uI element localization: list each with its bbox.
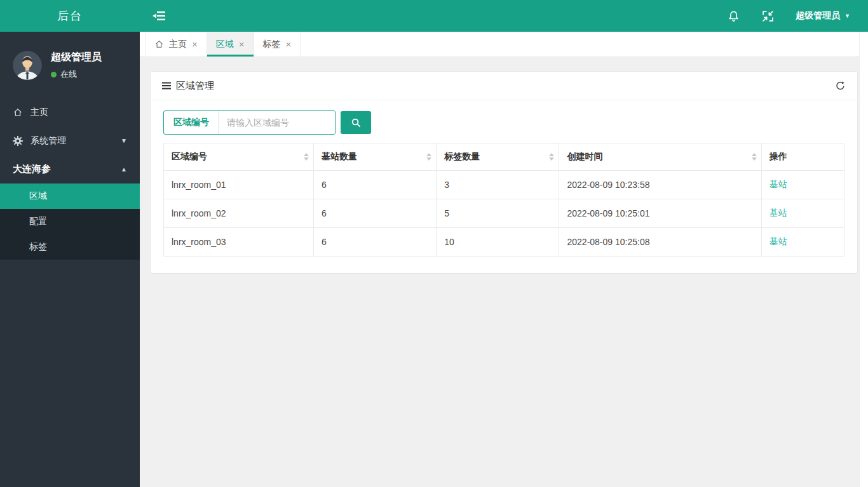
base-station-link[interactable]: 基站 — [770, 236, 787, 246]
menu-lines-icon — [162, 82, 171, 90]
panel-title: 区域管理 — [176, 80, 214, 92]
area-table: 区域编号 基站数量 标签数量 — [163, 143, 844, 257]
tab-label: 标签 — [263, 39, 281, 50]
sidebar-menu: 主页 系统管理 ▼ — [0, 98, 140, 260]
user-status: 在线 — [51, 69, 102, 80]
tab-label: 主页 — [169, 39, 187, 50]
tab-home[interactable]: 主页 × — [145, 32, 207, 57]
sidebar-subitem-area[interactable]: 区域 — [0, 183, 140, 209]
sidebar-submenu: 区域 配置 标签 — [0, 183, 140, 260]
tab-close-icon[interactable]: × — [192, 39, 198, 49]
sidebar-subitem-label: 标签 — [29, 241, 47, 253]
cell-tag-count: 3 — [437, 171, 559, 199]
column-header-actions: 操作 — [761, 143, 844, 171]
user-name: 超级管理员 — [51, 51, 102, 64]
cell-area-id: lnrx_room_01 — [164, 171, 314, 199]
search-field-label: 区域编号 — [164, 111, 219, 134]
home-icon — [13, 107, 24, 117]
chevron-down-icon: ▼ — [121, 137, 127, 144]
cell-created-at: 2022-08-09 10:25:08 — [559, 228, 761, 257]
cell-base-stations: 6 — [314, 228, 437, 257]
column-header-area-id[interactable]: 区域编号 — [164, 143, 314, 171]
base-station-link[interactable]: 基站 — [770, 208, 787, 218]
sidebar-item-system[interactable]: 系统管理 ▼ — [0, 126, 140, 155]
home-icon — [154, 39, 164, 49]
topbar-actions: 超级管理员 ▼ — [727, 10, 868, 23]
fullscreen-button[interactable] — [762, 10, 774, 22]
sidebar-item-label: 大连海参 — [13, 163, 51, 175]
tab-label: 区域 — [216, 39, 234, 50]
tab-close-icon[interactable]: × — [286, 39, 292, 49]
table-row: lnrx_room_01 6 3 2022-08-09 10:23:58 基站 — [164, 171, 844, 199]
search-button[interactable] — [341, 111, 371, 134]
sidebar-subitem-label: 区域 — [29, 190, 47, 202]
refresh-button[interactable] — [835, 81, 846, 91]
search-input-group: 区域编号 — [163, 110, 336, 135]
sidebar: 后台 超级管理员 — [0, 0, 140, 487]
table-row: lnrx_room_02 6 5 2022-08-09 10:25:01 基站 — [164, 199, 844, 228]
column-header-created-at[interactable]: 创建时间 — [559, 143, 761, 171]
sidebar-item-label: 系统管理 — [31, 135, 66, 147]
sort-icon — [752, 153, 757, 161]
cell-created-at: 2022-08-09 10:23:58 — [559, 171, 761, 199]
cell-created-at: 2022-08-09 10:25:01 — [559, 199, 761, 228]
area-management-panel: 区域管理 区域编号 — [150, 71, 858, 274]
search-icon — [351, 117, 362, 128]
sidebar-subitem-tags[interactable]: 标签 — [0, 234, 140, 260]
user-menu[interactable]: 超级管理员 ▼ — [796, 10, 850, 22]
main-content: 区域管理 区域编号 — [140, 57, 868, 487]
scrollbar-track[interactable] — [859, 32, 868, 487]
brand-logo-text: 后台 — [57, 8, 83, 23]
column-header-base-stations[interactable]: 基站数量 — [314, 143, 437, 171]
brand-logo[interactable]: 后台 — [0, 0, 140, 32]
sidebar-subitem-config[interactable]: 配置 — [0, 209, 140, 234]
user-panel: 超级管理员 在线 — [0, 32, 140, 98]
tab-close-icon[interactable]: × — [239, 39, 245, 49]
sidebar-item-dalian[interactable]: 大连海参 ▲ — [0, 155, 140, 183]
chevron-down-icon: ▼ — [844, 13, 850, 19]
user-meta: 超级管理员 在线 — [51, 51, 102, 80]
tab-area[interactable]: 区域 × — [207, 32, 254, 57]
search-row: 区域编号 — [163, 110, 844, 135]
sort-icon — [426, 153, 431, 161]
sidebar-item-label: 主页 — [31, 107, 48, 118]
cell-area-id: lnrx_room_03 — [164, 228, 314, 257]
chevron-up-icon: ▲ — [121, 166, 127, 173]
user-status-label: 在线 — [60, 69, 77, 80]
table-row: lnrx_room_03 6 10 2022-08-09 10:25:08 基站 — [164, 228, 844, 257]
sidebar-subitem-label: 配置 — [29, 216, 47, 227]
avatar — [13, 51, 42, 80]
search-input[interactable] — [219, 111, 335, 134]
base-station-link[interactable]: 基站 — [770, 179, 787, 189]
tab-bar: 主页 × 区域 × 标签 × — [140, 32, 868, 57]
cell-tag-count: 5 — [437, 199, 559, 228]
sidebar-toggle-button[interactable] — [140, 10, 166, 22]
notifications-button[interactable] — [727, 10, 740, 23]
sort-icon — [304, 153, 309, 161]
sort-icon — [549, 153, 554, 161]
top-header: 超级管理员 ▼ — [140, 0, 868, 32]
cell-base-stations: 6 — [314, 199, 437, 228]
panel-header: 区域管理 — [151, 72, 857, 100]
column-header-tag-count[interactable]: 标签数量 — [437, 143, 559, 171]
user-menu-label: 超级管理员 — [796, 10, 840, 22]
cell-base-stations: 6 — [314, 171, 437, 199]
cell-tag-count: 10 — [437, 228, 559, 257]
panel-body: 区域编号 区域 — [151, 100, 857, 273]
gear-icon — [13, 136, 24, 146]
sidebar-item-home[interactable]: 主页 — [0, 98, 140, 126]
cell-area-id: lnrx_room_02 — [164, 199, 314, 228]
tab-tags[interactable]: 标签 × — [254, 32, 301, 57]
app-root: 后台 超级管理员 — [0, 0, 868, 487]
online-dot-icon — [51, 72, 57, 77]
table-header-row: 区域编号 基站数量 标签数量 — [164, 143, 844, 171]
